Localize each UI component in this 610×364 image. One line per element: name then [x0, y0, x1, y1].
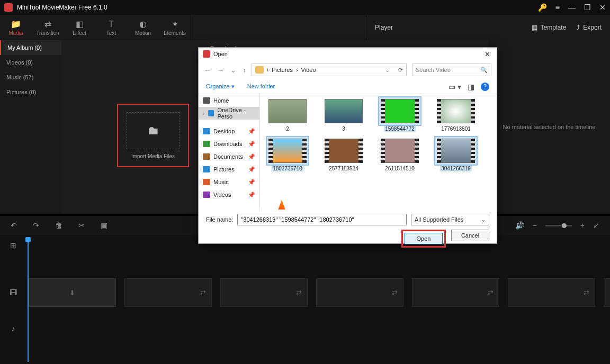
player-label: Player — [375, 24, 393, 31]
file-item[interactable]: 2611514510 — [379, 137, 421, 171]
nav-desktop[interactable]: Desktop📌 — [199, 125, 259, 138]
export-button[interactable]: ⤴Export — [577, 24, 602, 31]
file-name: 3 — [341, 126, 346, 132]
import-label: Import Media Files — [131, 153, 175, 159]
video-track[interactable]: ⬇ ⇄ ⇄ ⇄ ⇄ ⇄ ⇄ — [26, 275, 610, 310]
open-button[interactable]: Open — [405, 233, 443, 244]
nav-forward-icon[interactable]: → — [217, 66, 224, 74]
folder-icon: 🖿 — [147, 124, 159, 138]
tab-effect-label: Effect — [73, 30, 86, 36]
filename-input[interactable] — [237, 214, 407, 225]
sidebar-item-music[interactable]: Music (57) — [0, 70, 61, 85]
undo-icon[interactable]: ↶ — [11, 221, 17, 230]
dialog-bottom: File name: All Supported Files⌄ Open Can… — [199, 211, 497, 253]
nav-documents-label: Documents — [213, 153, 243, 160]
dialog-close-icon[interactable]: ✕ — [482, 50, 492, 58]
file-item[interactable]: 3 — [322, 97, 365, 132]
clip-slot[interactable]: ⇄ — [604, 278, 610, 307]
file-name: 3041266319 — [440, 166, 472, 171]
titlebar: MiniTool MovieMaker Free 6.1.0 🔑 ≡ — ❐ ✕ — [0, 0, 610, 15]
split-icon[interactable]: ✂ — [78, 221, 85, 230]
maximize-icon[interactable]: ❐ — [584, 3, 591, 12]
breadcrumb-pictures[interactable]: Pictures — [272, 67, 293, 73]
refresh-icon[interactable]: ⟳ — [398, 67, 403, 74]
file-name: 1776913801 — [440, 126, 472, 132]
import-media-box[interactable]: 🖿 Import Media Files — [117, 104, 189, 167]
file-item[interactable]: 1776913801 — [435, 97, 477, 132]
clip-slot[interactable]: ⇄ — [508, 278, 595, 307]
help-icon[interactable]: ? — [481, 83, 489, 91]
export-label: Export — [583, 24, 602, 31]
nav-documents[interactable]: Documents📌 — [199, 150, 259, 163]
file-name: 1802736710 — [272, 166, 303, 171]
close-icon[interactable]: ✕ — [599, 3, 606, 12]
breadcrumb-video[interactable]: Video — [301, 67, 316, 73]
zoom-in-icon[interactable]: + — [580, 221, 585, 230]
file-grid: 2 3 1598544772 1776913801 1802736710 257… — [260, 94, 497, 211]
upgrade-icon[interactable]: 🔑 — [538, 3, 547, 12]
app-logo — [4, 3, 13, 12]
file-item[interactable]: 1802736710 — [266, 137, 309, 171]
search-input[interactable]: Search Video 🔍 — [412, 63, 491, 76]
tab-effect[interactable]: ◧Effect — [64, 15, 95, 40]
tab-text[interactable]: TText — [95, 15, 127, 40]
tab-media[interactable]: 📁Media — [0, 15, 32, 40]
crop-icon[interactable]: ▣ — [101, 221, 107, 230]
track-add-icon[interactable]: ⊞ — [0, 239, 26, 252]
speaker-icon[interactable]: 🔊 — [515, 221, 524, 230]
cancel-button[interactable]: Cancel — [451, 230, 489, 241]
sidebar-item-myalbum[interactable]: My Album (0) — [0, 40, 61, 55]
preview-pane-icon[interactable]: ◨ — [468, 83, 474, 91]
clip-slot[interactable]: ⇄ — [316, 278, 403, 307]
menu-icon[interactable]: ≡ — [555, 3, 560, 12]
file-filter-dropdown[interactable]: All Supported Files⌄ — [411, 214, 489, 225]
nav-home[interactable]: Home — [199, 94, 259, 107]
file-item[interactable]: 2 — [266, 97, 309, 132]
tab-transition[interactable]: ⇄Transition — [32, 15, 64, 40]
fit-icon[interactable]: ⤢ — [593, 221, 599, 230]
file-name: 2577183534 — [328, 166, 360, 171]
chevron-down-icon: ⌄ — [481, 216, 486, 223]
newfolder-button[interactable]: New folder — [247, 83, 275, 90]
nav-downloads[interactable]: Downloads📌 — [199, 138, 259, 150]
nav-up-icon[interactable]: ↑ — [243, 66, 246, 74]
organize-button[interactable]: Organize ▾ — [206, 83, 235, 90]
tab-elements[interactable]: ✦Elements — [159, 15, 191, 40]
delete-icon[interactable]: 🗑 — [55, 221, 62, 230]
tab-motion[interactable]: ◐Motion — [127, 15, 159, 40]
main-toolbar: 📁Media ⇄Transition ◧Effect TText ◐Motion… — [0, 15, 610, 40]
file-item[interactable]: 2577183534 — [322, 137, 365, 171]
tab-transition-label: Transition — [36, 30, 59, 36]
dialog-titlebar: Open ✕ — [199, 48, 497, 60]
clip-slot[interactable]: ⇄ — [220, 278, 308, 307]
zoom-slider[interactable] — [545, 225, 572, 226]
template-button[interactable]: ▦Template — [532, 24, 567, 31]
media-sidebar: My Album (0) Videos (0) Music (57) Pictu… — [0, 40, 61, 214]
clip-slot[interactable]: ⇄ — [124, 278, 212, 307]
minimize-icon[interactable]: — — [568, 3, 576, 12]
nav-downloads-label: Downloads — [213, 141, 242, 147]
breadcrumb[interactable]: › Pictures› Video ⌄ ⟳ — [252, 63, 407, 76]
zoom-out-icon[interactable]: − — [533, 221, 537, 230]
sidebar-item-pictures[interactable]: Pictures (0) — [0, 85, 61, 99]
file-item[interactable]: 1598544772 — [379, 97, 421, 132]
chevron-down-icon[interactable]: ⌄ — [385, 67, 390, 74]
file-name: 1598544772 — [384, 126, 416, 132]
nav-onedrive[interactable]: ›OneDrive - Perso — [199, 107, 259, 120]
nav-pictures[interactable]: Pictures📌 — [199, 163, 259, 176]
nav-back-icon[interactable]: ← — [204, 66, 211, 74]
redo-icon[interactable]: ↷ — [33, 221, 39, 230]
dialog-title: Open — [213, 51, 482, 57]
sidebar-item-videos[interactable]: Videos (0) — [0, 55, 61, 70]
no-selection-msg: No material selected on the timeline — [503, 124, 596, 130]
tab-text-label: Text — [106, 30, 116, 36]
clip-placeholder[interactable]: ⬇ — [29, 278, 116, 307]
file-item[interactable]: 3041266319 — [435, 137, 477, 171]
view-mode-icon[interactable]: ▭ ▾ — [448, 83, 461, 91]
nav-videos[interactable]: Videos📌 — [199, 188, 259, 201]
nav-music-label: Music — [213, 179, 229, 185]
nav-dropdown-icon[interactable]: ⌄ — [230, 66, 236, 74]
dialog-nav: ← → ⌄ ↑ › Pictures› Video ⌄ ⟳ Search Vid… — [199, 60, 497, 79]
clip-slot[interactable]: ⇄ — [412, 278, 499, 307]
nav-music[interactable]: Music📌 — [199, 176, 259, 188]
